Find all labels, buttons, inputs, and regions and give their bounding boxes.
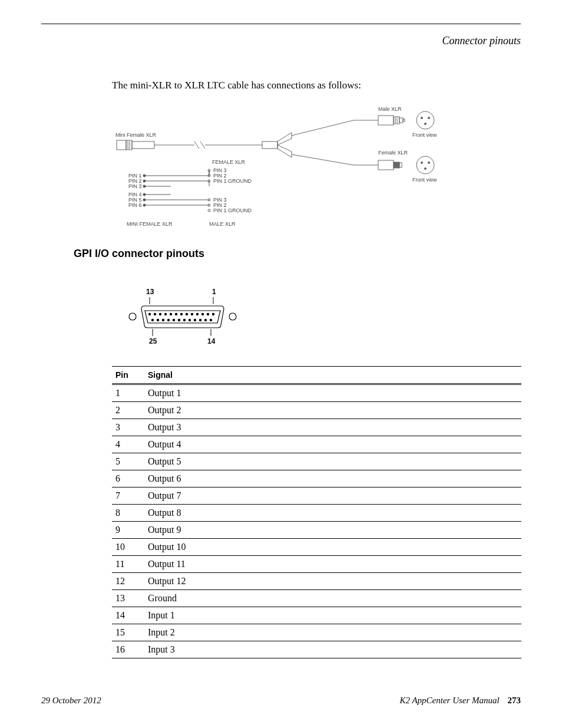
cell-pin: 9: [112, 522, 144, 539]
svg-line-6: [194, 141, 199, 149]
svg-point-30: [424, 167, 426, 169]
cell-pin: 4: [112, 436, 144, 453]
cell-signal: Input 2: [144, 624, 521, 641]
label-front-view-2: Front view: [412, 177, 437, 183]
label-female-xlr-mid: FEMALE XLR: [212, 159, 245, 165]
conn-label-bl: 25: [149, 337, 157, 345]
svg-point-77: [204, 319, 207, 321]
svg-point-59: [175, 313, 177, 315]
cell-pin: 1: [112, 384, 144, 402]
cell-signal: Output 2: [144, 402, 521, 419]
cell-signal: Output 3: [144, 419, 521, 436]
cell-signal: Output 4: [144, 436, 521, 453]
table-row: 10Output 10: [112, 539, 521, 556]
connector-figure: 13 1 25 14: [124, 292, 242, 345]
svg-line-22: [292, 154, 353, 165]
table-row: 8Output 8: [112, 505, 521, 522]
page-footer: 29 October 2012 K2 AppCenter User Manual…: [41, 696, 521, 706]
svg-point-27: [416, 156, 434, 174]
cell-signal: Input 3: [144, 641, 521, 658]
pinout-table: Pin Signal 1Output 12Output 23Output 34O…: [112, 366, 521, 658]
cell-pin: 3: [112, 419, 144, 436]
svg-point-29: [428, 162, 429, 163]
footer-date: 29 October 2012: [41, 696, 101, 706]
conn-label-tr: 1: [212, 288, 216, 296]
cell-signal: Output 1: [144, 384, 521, 402]
svg-rect-13: [394, 117, 399, 124]
svg-point-55: [154, 313, 156, 315]
svg-point-28: [421, 162, 422, 163]
cell-pin: 6: [112, 470, 144, 487]
svg-point-71: [173, 319, 175, 321]
top-rule: [41, 24, 521, 24]
cell-pin: 13: [112, 590, 144, 607]
table-row: 14Input 1: [112, 607, 521, 624]
cell-signal: Output 8: [144, 505, 521, 522]
cell-signal: Output 7: [144, 487, 521, 505]
svg-point-64: [201, 313, 204, 315]
svg-line-7: [200, 141, 205, 149]
table-row: 11Output 11: [112, 556, 521, 573]
svg-point-75: [194, 319, 196, 321]
svg-point-60: [180, 313, 183, 315]
table-row: 12Output 12: [112, 573, 521, 590]
conn-label-tl: 13: [146, 288, 154, 296]
svg-rect-24: [378, 160, 394, 170]
cell-signal: Input 1: [144, 607, 521, 624]
cell-signal: Output 5: [144, 453, 521, 470]
svg-point-78: [210, 319, 212, 321]
cable-diagram: Mini Female XLR FEMALE XLR Male XLR Fron…: [112, 106, 459, 230]
label-male-xlr-bottom: MALE XLR: [209, 221, 236, 227]
table-row: 16Input 3: [112, 641, 521, 658]
svg-point-67: [151, 319, 154, 321]
svg-point-54: [148, 313, 151, 315]
label-mini-female-xlr: Mini Female XLR: [115, 132, 156, 138]
cell-pin: 12: [112, 573, 144, 590]
cell-pin: 11: [112, 556, 144, 573]
table-row: 3Output 3: [112, 419, 521, 436]
connector-svg: [124, 292, 242, 345]
svg-point-72: [178, 319, 180, 321]
cell-pin: 10: [112, 539, 144, 556]
svg-point-73: [183, 319, 186, 321]
svg-point-52: [129, 313, 136, 320]
svg-point-18: [416, 111, 434, 129]
col-pin: Pin: [112, 367, 144, 384]
svg-point-19: [421, 117, 422, 118]
cell-pin: 8: [112, 505, 144, 522]
cell-pin: 15: [112, 624, 144, 641]
cell-pin: 2: [112, 402, 144, 419]
table-row: 1Output 1: [112, 384, 521, 402]
svg-point-20: [428, 117, 429, 118]
cell-signal: Ground: [144, 590, 521, 607]
svg-point-56: [159, 313, 161, 315]
footer-page: 273: [508, 696, 521, 705]
label-female-xlr-right: Female XLR: [378, 150, 408, 156]
svg-point-31: [143, 174, 146, 177]
svg-rect-12: [378, 116, 394, 125]
svg-point-74: [189, 319, 191, 321]
col-signal: Signal: [144, 367, 521, 384]
cell-signal: Output 12: [144, 573, 521, 590]
table-header-row: Pin Signal: [112, 367, 521, 384]
running-head: Connector pinouts: [41, 35, 521, 47]
svg-point-33: [143, 180, 146, 182]
cell-signal: Output 11: [144, 556, 521, 573]
svg-point-76: [199, 319, 201, 321]
svg-point-65: [207, 313, 209, 315]
label-mini-female-xlr-bottom: MINI FEMALE XLR: [127, 221, 173, 227]
svg-point-69: [162, 319, 164, 321]
svg-point-70: [167, 319, 170, 321]
cell-pin: 5: [112, 453, 144, 470]
svg-point-63: [196, 313, 199, 315]
svg-rect-17: [403, 119, 405, 121]
cable-diagram-svg: [112, 106, 459, 230]
svg-rect-26: [399, 163, 402, 167]
svg-rect-25: [394, 162, 399, 168]
cell-pin: 7: [112, 487, 144, 505]
svg-point-61: [186, 313, 188, 315]
svg-point-37: [143, 193, 146, 196]
svg-point-35: [143, 185, 146, 187]
cell-pin: 16: [112, 641, 144, 658]
pin-left-6: PIN 6: [128, 202, 142, 208]
